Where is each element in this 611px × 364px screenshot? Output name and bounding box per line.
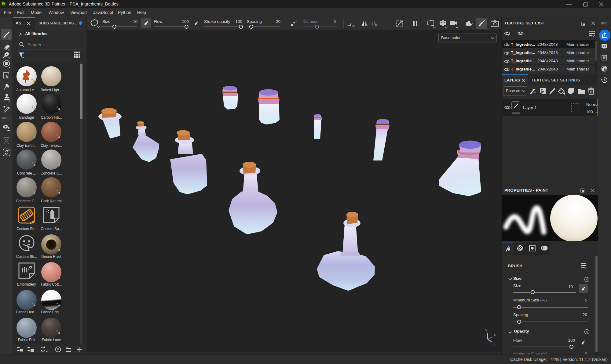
svg-text:Z: Z (493, 342, 496, 346)
svg-text:1: 1 (520, 32, 521, 35)
svg-text:X: X (494, 333, 496, 337)
svg-text:Y: Y (485, 329, 488, 332)
